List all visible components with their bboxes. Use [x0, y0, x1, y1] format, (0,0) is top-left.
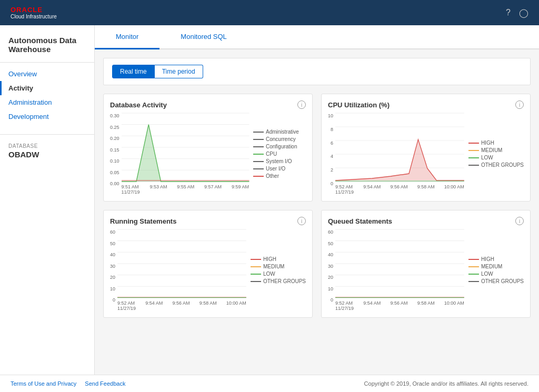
cpu-utilization-info-icon[interactable]: i	[515, 100, 524, 109]
running-statements-plot: 9:52 AM11/27/19 9:54 AM 9:56 AM 9:58 AM …	[117, 229, 246, 311]
database-activity-info-icon[interactable]: i	[297, 100, 306, 109]
running-statements-info-icon[interactable]: i	[297, 217, 306, 225]
tabs: Monitor Monitored SQL	[95, 25, 539, 49]
feedback-link[interactable]: Send Feedback	[85, 380, 125, 387]
database-activity-area: 0.30 0.25 0.20 0.15 0.10 0.05 0.00	[110, 113, 306, 195]
header-icons: ? ◯	[506, 8, 528, 18]
queued-statements-legend: HIGH MEDIUM LOW	[468, 229, 524, 311]
queued-statements-card: Queued Statements i 60 50 40 30 20 10	[321, 210, 531, 318]
database-activity-card: Database Activity i 0.30 0.25 0.20 0.15 …	[103, 94, 313, 202]
queued-statements-header: Queued Statements i	[328, 217, 524, 225]
sidebar-item-administration[interactable]: Administration	[0, 95, 94, 109]
charts-grid: Database Activity i 0.30 0.25 0.20 0.15 …	[103, 94, 531, 318]
tab-monitored-sql[interactable]: Monitored SQL	[159, 25, 247, 49]
cpu-utilization-header: CPU Utilization (%) i	[328, 100, 524, 109]
sidebar-divider	[0, 134, 94, 135]
sidebar-db-name: OBADW	[0, 150, 94, 159]
footer-links: Terms of Use and Privacy Send Feedback	[11, 380, 125, 387]
database-activity-title: Database Activity	[110, 101, 167, 109]
cpu-utilization-plot: 9:52 AM11/27/19 9:54 AM 9:56 AM 9:58 AM …	[335, 113, 464, 195]
database-activity-header: Database Activity i	[110, 100, 306, 109]
timeperiod-button[interactable]: Time period	[155, 65, 203, 78]
cloud-brand: Cloud Infrastructure	[11, 14, 57, 19]
sidebar-title: Autonomous Data Warehouse	[0, 36, 94, 63]
running-statements-header: Running Statements i	[110, 217, 306, 225]
cpu-utilization-legend: HIGH MEDIUM LOW	[468, 113, 524, 195]
realtime-button[interactable]: Real time	[112, 65, 155, 78]
sidebar-item-activity[interactable]: Activity	[0, 81, 94, 95]
footer: Terms of Use and Privacy Send Feedback C…	[0, 375, 539, 392]
running-statements-title: Running Statements	[110, 217, 176, 225]
sidebar-item-overview[interactable]: Overview	[0, 67, 94, 81]
oracle-brand: ORACLE	[11, 6, 57, 14]
main-container: Autonomous Data Warehouse Overview Activ…	[0, 25, 539, 375]
toggle-group: Real time Time period	[103, 58, 531, 85]
queued-statements-title: Queued Statements	[328, 217, 392, 225]
cpu-utilization-title: CPU Utilization (%)	[328, 101, 390, 109]
terms-link[interactable]: Terms of Use and Privacy	[11, 380, 76, 387]
svg-marker-14	[335, 139, 464, 180]
footer-copyright: Copyright © 2019, Oracle and/or its affi…	[364, 380, 528, 387]
svg-marker-7	[122, 125, 249, 182]
content-inner: Real time Time period Database Activity …	[95, 49, 539, 375]
sidebar-item-development[interactable]: Development	[0, 109, 94, 124]
sidebar-db-label: DATABASE	[0, 139, 94, 150]
cpu-utilization-area: 10 8 6 4 2 0	[328, 113, 524, 195]
running-statements-card: Running Statements i 60 50 40 30 20 10	[103, 210, 313, 318]
help-icon[interactable]: ?	[506, 8, 511, 18]
running-statements-legend: HIGH MEDIUM LOW	[251, 229, 306, 311]
sidebar: Autonomous Data Warehouse Overview Activ…	[0, 25, 95, 375]
sidebar-nav: Overview Activity Administration Develop…	[0, 67, 94, 124]
database-activity-legend: Administrative Concurrency Configuration	[253, 113, 306, 195]
oracle-logo: ORACLE Cloud Infrastructure	[11, 6, 57, 19]
user-icon[interactable]: ◯	[519, 8, 528, 18]
content-area: Monitor Monitored SQL Real time Time per…	[95, 25, 539, 375]
running-statements-area: 60 50 40 30 20 10 0	[110, 229, 306, 311]
queued-statements-plot: 9:52 AM11/27/19 9:54 AM 9:56 AM 9:58 AM …	[335, 229, 464, 311]
tab-monitor[interactable]: Monitor	[95, 25, 159, 49]
cpu-utilization-card: CPU Utilization (%) i 10 8 6 4 2	[321, 94, 531, 202]
queued-statements-info-icon[interactable]: i	[515, 217, 524, 225]
queued-statements-area: 60 50 40 30 20 10 0	[328, 229, 524, 311]
database-activity-plot: 9:51 AM11/27/19 9:53 AM 9:55 AM 9:57 AM …	[122, 113, 249, 195]
header: ORACLE Cloud Infrastructure ? ◯	[0, 0, 539, 25]
